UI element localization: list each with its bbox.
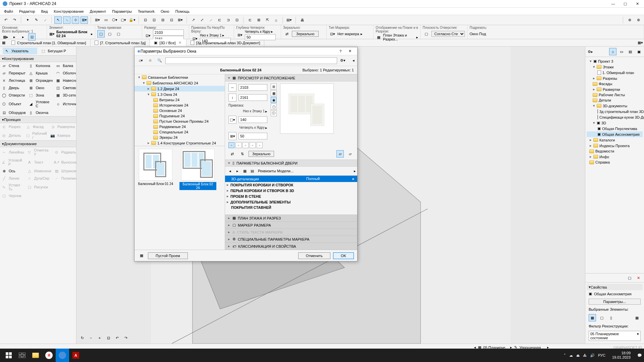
anchor-opt-2[interactable]: ▫ (235, 142, 241, 148)
nav-project-icon[interactable]: ⌂ (609, 48, 616, 55)
tree-details[interactable]: Детали (587, 98, 643, 103)
close-icon[interactable]: ✕ (178, 41, 182, 45)
ruler-icon[interactable]: ▭ (102, 16, 110, 24)
stair-tool[interactable]: ≡Лестница (0, 77, 27, 84)
home-icon[interactable]: ⌂ (272, 16, 280, 24)
chevron-right-icon[interactable]: ▸ (265, 109, 267, 114)
nav-del-icon[interactable]: ✕ (635, 274, 642, 282)
grid-icon[interactable]: ⊞▾ (94, 16, 101, 24)
column-tool[interactable]: ▯Колонна (27, 62, 54, 69)
tab-list-icon[interactable]: ▦ (0, 39, 7, 47)
tree-perspective[interactable]: ▣Общая Перспектива (587, 126, 643, 131)
mesh-tool[interactable]: ▦3D-сетка (54, 92, 76, 99)
share-icon[interactable]: ⊛ (635, 16, 642, 24)
roof-tool[interactable]: △Крыша (27, 69, 54, 77)
tray-chevron-icon[interactable]: ˄ (564, 353, 566, 358)
lib-archicad[interactable]: ▾Библиотека ARCHICAD 24 (135, 80, 225, 86)
mirror-button[interactable]: Зеркально (292, 31, 319, 37)
linear-dim-tool[interactable]: ↔Линейны (0, 147, 25, 157)
detail-tool[interactable]: ◎Деталь (0, 130, 24, 140)
dim-icon[interactable]: ▢▾ (120, 16, 127, 24)
menu-file[interactable]: Файл (1, 9, 16, 14)
grid-tool[interactable]: ⊕Ось (0, 167, 25, 175)
tree-indexes[interactable]: ▸Индексы Проекта (587, 143, 643, 148)
chevron-right-icon[interactable]: ▸ (222, 33, 224, 38)
arrow-tool[interactable]: ↖Указатель (3, 48, 37, 54)
tree-3d-docs[interactable]: ▾3D-документы (587, 103, 643, 109)
section-frame-coatings[interactable]: ▸ПОКРЫТИЯ КОРОБКИ И СТВОРОК (225, 182, 357, 188)
align-icon[interactable]: ⊞ (255, 16, 262, 24)
plane-icon[interactable]: ▢ (423, 30, 430, 38)
anchor-opt-4[interactable]: ▫ (250, 142, 256, 148)
lib-constructions[interactable]: ▸1.4 Конструкции Строительные 24 (135, 140, 225, 146)
opening-dir-1-icon[interactable]: ▱ (336, 150, 344, 158)
lamp-tool[interactable]: ☼Источник (54, 99, 76, 109)
view-top-icon[interactable]: ⊞ (271, 83, 277, 89)
menu-window[interactable]: Окно (158, 9, 172, 14)
tree-sections[interactable]: ▸Разрезы (587, 75, 643, 81)
tree-catalogs[interactable]: ▸Каталоги (587, 137, 643, 143)
lib-historic[interactable]: Исторические 24 (135, 103, 225, 108)
sel-mode-2-icon[interactable]: ▢ (598, 314, 605, 321)
figure-tool[interactable]: ▢Рисунок (25, 182, 53, 192)
inject-icon[interactable]: ✎ (33, 16, 40, 24)
anchor-opt-1[interactable]: ▫ (228, 142, 234, 148)
opening-tool[interactable]: ◯Отверсти (0, 92, 27, 99)
acrobat-icon[interactable]: A (69, 349, 83, 362)
gear-icon[interactable]: ⚙▾ (339, 57, 346, 64)
resize-icon[interactable]: ⊡ (233, 16, 240, 24)
close-button[interactable]: ✕ (633, 0, 641, 7)
tray-usb-icon[interactable]: ⏏ (576, 353, 580, 358)
redo-icon[interactable]: ↷ (11, 16, 18, 24)
library-search-input[interactable] (165, 57, 337, 64)
zone-tool[interactable]: ⬚Зона (27, 92, 54, 99)
tab-3dall[interactable]: ▣[3D / Все]✕ (150, 39, 186, 46)
tray-lang[interactable]: РУС (598, 353, 605, 357)
zoom-prev-icon[interactable]: ↶ (113, 334, 121, 342)
chevron-right-icon[interactable]: ▸ (91, 32, 93, 36)
marquee-tool[interactable]: ⬚Бегущая Р (39, 48, 74, 54)
page-prev-icon[interactable]: ◂ (226, 167, 234, 175)
skylight-tool[interactable]: ◫Световой (54, 84, 76, 92)
params-button[interactable]: Параметры... (589, 299, 641, 305)
page-next-icon[interactable]: ▸ (234, 167, 241, 175)
view-info-icon[interactable]: ⓘ (271, 110, 277, 116)
tree-help[interactable]: Справка (587, 160, 643, 165)
menu-document[interactable]: Документ (87, 9, 109, 14)
arc-tool[interactable]: ○Дуга/Окр (25, 175, 53, 182)
section-shutter-coatings[interactable]: ПОКРЫТИЯ СТАВНЕЙ (225, 205, 357, 210)
spline-tool[interactable]: ∿Уставл Ть (0, 182, 25, 192)
section-extra-elements[interactable]: ▸ДОПОЛНИТЕЛЬНЫЕ ЭЛЕМЕНТЫ (225, 199, 357, 205)
adjust-icon[interactable]: ⟋ (207, 16, 214, 24)
lib-windows[interactable]: ▾1.3 Окна 24 (135, 92, 225, 97)
undo-icon[interactable]: ↶ (2, 16, 9, 24)
polyline-tool[interactable]: ⟋Полилин (53, 175, 76, 182)
window-tool[interactable]: ⊞Окно (27, 84, 54, 92)
split-icon[interactable]: ⤢ (198, 16, 206, 24)
thumb-balcony-01[interactable]: Балконный Блок 01 24 (137, 149, 174, 186)
pick-icon[interactable]: ✦ (24, 16, 31, 24)
section-marker-special[interactable]: ▸⚙СПЕЦИАЛЬНЫЕ ПАРАМЕТРЫ МАРКЕРА (225, 236, 357, 243)
param-3d-detail[interactable]: 3D-детализация Полный ▸ (225, 176, 357, 182)
chevron-right-icon[interactable]: ▸ (353, 177, 355, 181)
chevron-right-icon[interactable]: ▸ (265, 126, 267, 130)
section-projection[interactable]: ▾ Проекция (0, 116, 76, 123)
zoom-out-icon[interactable]: − (87, 334, 95, 342)
lib-empty[interactable]: Пустые Оконные Проемы 24 (135, 119, 225, 124)
dlg-width-input[interactable] (238, 84, 267, 91)
yandex-icon[interactable]: Я (42, 349, 56, 362)
grid-snap-icon[interactable]: ⊞▾ (80, 16, 88, 24)
angle-dim-tool[interactable]: ∠Угловой Р (0, 157, 25, 167)
guide-line-icon[interactable]: ⟍ (63, 16, 70, 24)
section-door-params[interactable]: ▾▯ПАРАМЕТРЫ БАЛКОННОЙ ДВЕРИ (225, 160, 357, 167)
dlg-reveal-input[interactable] (238, 133, 267, 139)
tree-interiors[interactable]: ▸Развертки (587, 86, 643, 92)
tab-plan3d[interactable]: [7. Строительный план 3д] (91, 39, 150, 46)
flip-h-icon[interactable]: ⇄ (228, 150, 236, 158)
props-header[interactable]: ▾ Свойства (587, 284, 643, 290)
equip-tool[interactable]: ⊡Оборудов (0, 109, 27, 116)
tree-3d[interactable]: ▾▣3D (587, 120, 643, 126)
home-icon[interactable]: ⌂▾ (137, 57, 145, 64)
object-tool[interactable]: ⬡Объект (0, 99, 27, 109)
anchor-opt-5[interactable]: ▫ (257, 142, 263, 148)
